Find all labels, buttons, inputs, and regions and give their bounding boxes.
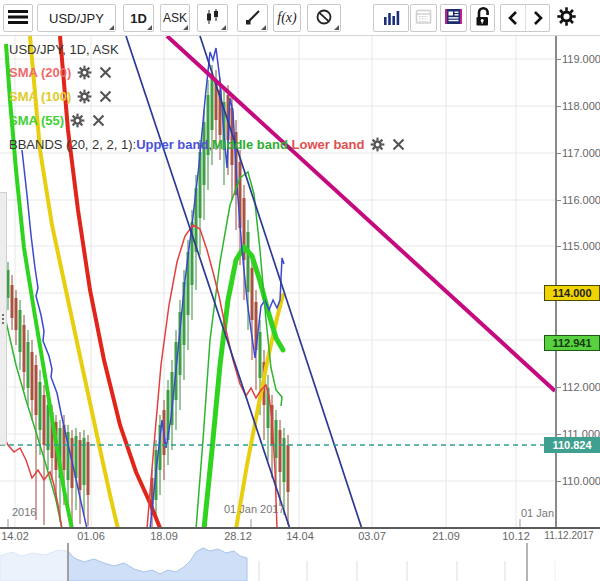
legend-bbands-lower: Lower band bbox=[292, 137, 365, 152]
symbol-label: USD/JPY bbox=[45, 11, 108, 26]
price-axis-tick bbox=[557, 434, 561, 435]
legend-symbol: USD/JPY, 1D, ASK bbox=[9, 42, 119, 57]
time-axis-label: 01.06 bbox=[77, 530, 105, 542]
time-axis-label: 14.02 bbox=[1, 530, 29, 542]
sma100-settings-button[interactable] bbox=[77, 89, 92, 104]
candle-body bbox=[87, 442, 90, 495]
price-axis[interactable]: 119.000118.000117.000116.000115.000114.0… bbox=[555, 36, 600, 527]
overview-canvas[interactable] bbox=[0, 543, 600, 581]
chart-area[interactable]: USD/JPY, 1D, ASK SMA (200) SMA (100) SMA… bbox=[0, 36, 555, 527]
price-axis-label: 119.000 bbox=[562, 53, 600, 65]
candle-body bbox=[11, 285, 14, 318]
legend-sma55: SMA (55) bbox=[9, 113, 64, 128]
time-axis-label: 21.09 bbox=[432, 530, 460, 542]
drag-dots-icon bbox=[2, 314, 4, 324]
price-type-select[interactable]: ASK bbox=[160, 4, 190, 32]
time-axis-end-date: 11.12.2017 bbox=[544, 530, 593, 541]
chevron-left-icon bbox=[506, 10, 520, 26]
time-axis-label: 18.09 bbox=[150, 530, 178, 542]
chart-type-select[interactable] bbox=[197, 4, 228, 32]
timeframe-select[interactable]: 1D bbox=[123, 4, 154, 32]
sma200-settings-button[interactable] bbox=[77, 65, 92, 80]
price-axis-label: 115.000 bbox=[562, 240, 600, 252]
overview-strip[interactable] bbox=[0, 543, 600, 581]
candle-body bbox=[247, 232, 250, 292]
trendline-pencil-icon bbox=[243, 7, 263, 30]
price-marker-label: 110.824 bbox=[544, 437, 600, 453]
overview-unselected-left bbox=[0, 543, 68, 581]
volume-bars-icon bbox=[381, 7, 401, 30]
dropdown-corner-icon bbox=[183, 25, 188, 30]
sma55-remove-button[interactable] bbox=[91, 113, 106, 128]
price-axis-tick bbox=[557, 106, 561, 107]
dropdown-corner-icon bbox=[147, 25, 152, 30]
bbands-settings-button[interactable] bbox=[370, 137, 385, 152]
ban-icon bbox=[315, 8, 333, 29]
price-axis-tick bbox=[557, 387, 561, 388]
price-axis-tick bbox=[557, 481, 561, 482]
price-axis-label: 110.000 bbox=[562, 475, 600, 487]
candle-body bbox=[279, 430, 282, 472]
price-axis-label: 112.000 bbox=[562, 381, 600, 393]
candle-body bbox=[19, 310, 22, 352]
dropdown-corner-icon bbox=[261, 25, 266, 30]
candle-body bbox=[15, 298, 18, 330]
candle-body bbox=[39, 382, 42, 430]
symbol-select[interactable]: USD/JPY bbox=[37, 4, 116, 32]
scroll-left-button[interactable] bbox=[501, 5, 525, 31]
sma200-remove-button[interactable] bbox=[98, 65, 113, 80]
scroll-right-button[interactable] bbox=[525, 5, 549, 31]
indicators-button[interactable]: f(x) bbox=[273, 4, 301, 32]
time-axis-label: 28.12 bbox=[224, 530, 252, 542]
price-axis-tick bbox=[557, 59, 561, 60]
remove-drawings-select[interactable] bbox=[307, 4, 341, 32]
legend-bbands-prefix: BBANDS (20, 2, 2, 1): bbox=[9, 137, 136, 152]
sma100-remove-button[interactable] bbox=[98, 89, 113, 104]
timeframe-label: 1D bbox=[126, 11, 151, 26]
candle-body bbox=[31, 352, 34, 400]
price-axis-tick bbox=[557, 200, 561, 201]
overview-unselected-right bbox=[527, 543, 600, 581]
legend-sma100: SMA (100) bbox=[9, 89, 71, 104]
lock-button[interactable] bbox=[470, 4, 495, 32]
settings-button[interactable] bbox=[551, 4, 581, 32]
candle-body bbox=[259, 332, 262, 378]
time-axis-label: 10.12 bbox=[502, 530, 530, 542]
candle-body bbox=[251, 268, 254, 320]
candle-body bbox=[23, 325, 26, 372]
chevron-right-icon bbox=[531, 10, 545, 26]
menu-button[interactable] bbox=[3, 4, 33, 32]
news-icon bbox=[444, 8, 463, 28]
unlocked-padlock-icon bbox=[473, 6, 493, 30]
price-axis-tick bbox=[557, 246, 561, 247]
price-axis-label: 116.000 bbox=[562, 194, 600, 206]
panel-drag-handle[interactable] bbox=[0, 192, 7, 445]
candlestick-chart-icon bbox=[203, 7, 223, 30]
time-axis-label: 14.04 bbox=[286, 530, 314, 542]
dropdown-corner-icon bbox=[221, 25, 226, 30]
inchart-date-label: 2016 bbox=[12, 506, 36, 518]
price-axis-label: 117.000 bbox=[562, 147, 600, 159]
price-axis-label: 118.000 bbox=[562, 100, 600, 112]
fx-label: f(x) bbox=[277, 10, 296, 26]
bbands-remove-button[interactable] bbox=[391, 137, 406, 152]
legend-bbands-middle: Middle band bbox=[212, 137, 288, 152]
time-axis[interactable]: 14.0201.0618.0928.1214.0403.0721.0910.12… bbox=[0, 529, 600, 543]
candle-body bbox=[79, 440, 82, 490]
chart-bottom-border bbox=[0, 527, 600, 529]
candle-body bbox=[27, 342, 30, 388]
scroll-buttons bbox=[500, 4, 550, 32]
sma55-settings-button[interactable] bbox=[70, 113, 85, 128]
volume-button[interactable] bbox=[373, 4, 409, 32]
legend-bbands-upper: Upper band bbox=[136, 137, 208, 152]
trading-platform-window: USD/JPY 1D ASK f(x) bbox=[0, 0, 600, 581]
draw-tool-select[interactable] bbox=[237, 4, 268, 32]
calendar-button[interactable] bbox=[410, 4, 437, 32]
calendar-icon bbox=[415, 8, 432, 28]
news-button[interactable] bbox=[440, 4, 467, 32]
price-marker-label: 114.000 bbox=[544, 285, 600, 301]
candle-body bbox=[287, 445, 290, 492]
candle-body bbox=[35, 365, 38, 415]
price-type-label: ASK bbox=[159, 11, 191, 25]
chart-legend: USD/JPY, 1D, ASK SMA (200) SMA (100) SMA… bbox=[9, 41, 406, 160]
